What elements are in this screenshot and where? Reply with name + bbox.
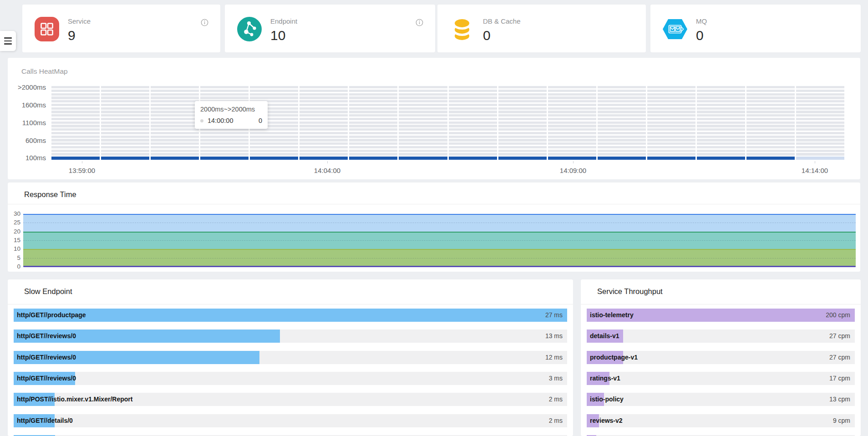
heatmap-cell: [349, 139, 397, 141]
heatmap-cell: [101, 111, 149, 113]
heatmap-y-label: 1100ms: [8, 119, 46, 127]
heatmap-cell: [151, 104, 199, 106]
heatmap-cell: [151, 132, 199, 134]
heatmap-cell: [548, 111, 596, 113]
info-icon[interactable]: [416, 19, 423, 26]
heatmap-cell: [151, 125, 199, 127]
response-time-y-tick: 0: [9, 263, 20, 270]
menu-toggle-button[interactable]: [0, 31, 16, 51]
heatmap-cell: [548, 146, 596, 148]
heatmap-cell: [548, 107, 596, 110]
heatmap-row: [51, 104, 844, 106]
heatmap-cell: [399, 118, 447, 120]
slow-endpoint-row: http/POST//istio.mixer.v1.Mixer/Report2 …: [14, 393, 567, 406]
heatmap-cell: [697, 157, 745, 160]
heatmap-cell: [51, 150, 100, 152]
service-throughput-list: istio-telemetry200 cpmdetails-v127 cpmpr…: [587, 309, 855, 436]
heatmap-cell: [498, 128, 547, 131]
heatmap-cell: [51, 146, 100, 148]
heatmap-cell: [299, 96, 348, 99]
bar-label: http/POST//istio.mixer.v1.Mixer/Report: [17, 393, 132, 406]
heatmap-cell: [796, 136, 844, 138]
heatmap-cell: [498, 118, 547, 120]
apm-dashboard-page: Service 9 Endpoint 10: [0, 0, 868, 436]
heatmap-cell: [449, 114, 497, 117]
heatmap-cell: [498, 90, 547, 92]
heatmap-cell: [299, 104, 348, 106]
heatmap-cell: [349, 107, 397, 110]
heatmap-cell: [796, 139, 844, 141]
heatmap-row: [51, 111, 844, 113]
heatmap-cell: [399, 93, 447, 96]
heatmap-cell: [647, 142, 695, 145]
heatmap-row: [51, 132, 844, 134]
bar-label: http/GET//productpage: [17, 309, 86, 322]
heatmap-cell: [647, 128, 695, 131]
slow-endpoint-title: Slow Endpoint: [24, 287, 72, 296]
heatmap-cell: [746, 142, 795, 145]
heatmap-cell: [498, 122, 547, 124]
heatmap-row: [51, 100, 844, 102]
heatmap-cell: [697, 150, 745, 152]
heatmap-cell: [349, 153, 397, 155]
heatmap-cell: [548, 118, 596, 120]
bar-value: 12 ms: [545, 351, 563, 364]
heatmap-row: [51, 96, 844, 99]
heatmap-row: [51, 153, 844, 155]
heatmap-cell: [598, 122, 646, 124]
heatmap-cell: [399, 86, 447, 88]
heatmap-cell: [697, 136, 745, 138]
heatmap-row: [51, 86, 844, 88]
heatmap-cell: [101, 125, 149, 127]
heatmap-cell: [498, 104, 547, 106]
heatmap-cell: [697, 125, 745, 127]
heatmap-cell: [697, 93, 745, 96]
heatmap-cell: [200, 93, 249, 96]
hamburger-icon: [4, 37, 12, 38]
heatmap-cell: [697, 100, 745, 102]
heatmap-cell: [299, 136, 348, 138]
axis-tick: [82, 161, 82, 163]
heatmap-cell: [101, 139, 149, 141]
heatmap-cell: [746, 114, 795, 117]
heatmap-cell: [349, 122, 397, 124]
heatmap-cell: [200, 153, 249, 155]
heatmap-cell: [647, 118, 695, 120]
heatmap-cell: [449, 153, 497, 155]
heatmap-cell: [151, 90, 199, 92]
heatmap-cell: [449, 96, 497, 99]
info-icon[interactable]: [201, 19, 208, 26]
heatmap-cell: [200, 86, 249, 88]
heatmap-cell: [250, 90, 298, 92]
heatmap-cell: [498, 93, 547, 96]
heatmap-cell: [200, 150, 249, 152]
heatmap-row: [51, 125, 844, 127]
stat-value: 0: [696, 28, 707, 43]
heatmap-cell: [598, 93, 646, 96]
heatmap-cell: [697, 86, 745, 88]
bar-label: productpage-v1: [590, 351, 638, 364]
heatmap-cell: [101, 100, 149, 102]
bar-value: 2 ms: [549, 414, 563, 427]
heatmap-cell: [299, 125, 348, 127]
heatmap-cell: [796, 122, 844, 124]
heatmap-cell: [647, 111, 695, 113]
heatmap-cell: [598, 111, 646, 113]
heatmap-cell: [250, 153, 298, 155]
heatmap-cell: [349, 93, 397, 96]
heatmap-cell: [51, 100, 100, 102]
heatmap-row: [51, 157, 844, 160]
heatmap-cell: [399, 96, 447, 99]
heatmap-cell: [746, 93, 795, 96]
heatmap-cell: [449, 132, 497, 134]
heatmap-cell: [746, 150, 795, 152]
heatmap-cell: [498, 132, 547, 134]
heatmap-cell: [647, 125, 695, 127]
heatmap-cell: [598, 128, 646, 131]
stat-value: 9: [68, 28, 91, 43]
heatmap-cell: [796, 100, 844, 102]
heatmap-cell: [697, 139, 745, 141]
bar-label: reviews-v2: [590, 414, 623, 427]
heatmap-cell: [299, 157, 348, 160]
heatmap-cell: [101, 104, 149, 106]
